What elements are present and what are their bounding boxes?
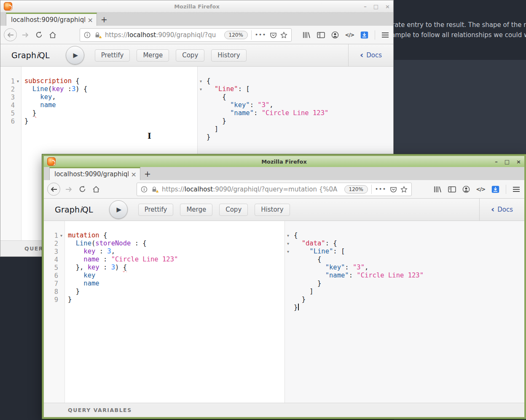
account-icon[interactable] (462, 186, 470, 193)
line-number: 8 (44, 288, 58, 296)
page-info-icon[interactable] (141, 186, 148, 193)
reload-button[interactable] (77, 186, 88, 193)
code-line: ] (207, 125, 393, 133)
insecure-lock-icon[interactable] (151, 186, 158, 193)
line-number: 6 (44, 272, 58, 280)
bookmark-star-icon[interactable] (400, 186, 408, 193)
menu-icon[interactable] (513, 186, 520, 192)
download-icon[interactable] (360, 31, 368, 39)
minimize-button[interactable]: – (364, 4, 367, 9)
reload-button[interactable] (34, 31, 44, 38)
insecure-lock-icon[interactable] (94, 32, 102, 38)
tab-close-icon[interactable]: × (131, 170, 137, 178)
line-number: 1 (0, 78, 15, 85)
prettify-button[interactable]: Prettify (95, 49, 130, 62)
back-button[interactable] (47, 183, 60, 196)
page-actions-icon[interactable]: ••• (255, 32, 266, 38)
new-tab-button[interactable]: + (140, 167, 155, 180)
page-info-icon[interactable] (84, 32, 91, 38)
fold-arrow-icon[interactable]: ▾ (198, 87, 204, 92)
line-number: 3 (0, 94, 15, 101)
home-button[interactable] (91, 186, 102, 193)
docs-link[interactable]: ‹Docs (348, 44, 393, 66)
gutter-row: ▾ (285, 240, 292, 248)
query-variables-bar[interactable]: QUERY VARIABLES (44, 403, 524, 417)
maximize-button[interactable]: □ (505, 159, 510, 164)
history-button[interactable]: History (255, 204, 290, 216)
sidebar-icon[interactable] (448, 186, 456, 193)
gutter-row: ▾ (198, 77, 205, 85)
query-editor[interactable]: mutation { Line(storeNode : { key : 3, n… (65, 221, 284, 403)
library-icon[interactable] (433, 186, 442, 193)
fold-arrow-icon[interactable]: ▾ (285, 249, 291, 254)
close-button[interactable]: × (516, 159, 521, 164)
code-line: key : 3, (68, 248, 284, 256)
url-text[interactable]: https://localhost:9090/graphiql/?qu (105, 31, 221, 39)
new-tab-button[interactable]: + (97, 13, 111, 26)
firefox-logo-icon (47, 157, 56, 166)
line-number: 6 (0, 118, 15, 125)
execute-query-button[interactable]: ▶ (109, 200, 128, 219)
developer-code-icon[interactable]: </> (345, 32, 354, 38)
toolbar-icons: </> (433, 185, 521, 194)
code-line: } (294, 304, 524, 312)
download-icon[interactable] (491, 186, 499, 193)
titlebar[interactable]: Mozilla Firefox – □ × (44, 156, 524, 167)
code-line: subscription { (24, 77, 197, 85)
developer-code-icon[interactable]: </> (476, 186, 486, 192)
docs-link[interactable]: ‹Docs (479, 199, 524, 221)
zoom-level-badge[interactable]: 120% (344, 185, 368, 194)
query-editor-pane[interactable]: 1▾23456789 mutation { Line(storeNode : {… (44, 221, 284, 403)
play-icon: ▶ (73, 51, 78, 59)
tab-localhost-graphiql[interactable]: localhost:9090/graphiql/ × (49, 167, 140, 180)
url-bar[interactable]: https://localhost:9090/graphiql/?qu 120%… (80, 28, 292, 42)
sidebar-icon[interactable] (317, 32, 325, 38)
close-button[interactable]: × (385, 4, 390, 9)
zoom-level-badge[interactable]: 120% (224, 31, 248, 39)
line-number: 4 (0, 102, 15, 109)
maximize-button[interactable]: □ (373, 4, 378, 9)
fold-arrow-icon[interactable]: ▾ (15, 79, 21, 83)
fold-arrow-icon[interactable]: ▾ (285, 241, 291, 246)
page-actions-icon[interactable]: ••• (375, 186, 386, 192)
url-text[interactable]: https://localhost:9090/graphiql/?query=m… (162, 186, 341, 193)
pocket-icon[interactable] (270, 32, 277, 38)
code-line: "key": "3", (207, 101, 393, 109)
pocket-icon[interactable] (390, 186, 397, 193)
fold-arrow-icon[interactable]: ▾ (198, 79, 204, 83)
gutter-row: 5 (0, 109, 21, 117)
fold-arrow-icon[interactable]: ▾ (285, 233, 291, 238)
code-line: ] (294, 288, 524, 296)
copy-button[interactable]: Copy (219, 204, 248, 216)
gutter-row (198, 117, 205, 125)
tab-close-icon[interactable]: × (88, 16, 93, 24)
forward-button[interactable] (20, 32, 31, 38)
copy-button[interactable]: Copy (176, 49, 204, 62)
execute-query-button[interactable]: ▶ (66, 46, 84, 65)
bookmark-star-icon[interactable] (280, 32, 287, 38)
home-button[interactable] (47, 32, 58, 38)
history-button[interactable]: History (211, 49, 246, 62)
line-number-gutter: 1▾23456 (0, 67, 21, 240)
back-button[interactable] (4, 28, 17, 41)
account-icon[interactable] (331, 31, 339, 39)
library-icon[interactable] (302, 31, 311, 39)
forward-button[interactable] (63, 186, 74, 192)
code-line: name (24, 101, 197, 109)
prettify-button[interactable]: Prettify (138, 204, 174, 216)
code-line: } (294, 280, 524, 288)
menu-icon[interactable] (381, 32, 389, 38)
firefox-window-front: Mozilla Firefox – □ × localhost:9090/gra… (42, 154, 526, 419)
fold-arrow-icon[interactable]: ▾ (58, 233, 64, 238)
code-line: { (207, 77, 393, 85)
tab-localhost-graphiql[interactable]: localhost:9090/graphiql/ × (6, 13, 97, 26)
line-number: 2 (0, 86, 15, 93)
titlebar[interactable]: Mozilla Firefox – □ × (0, 0, 393, 13)
minimize-button[interactable]: – (495, 159, 498, 164)
merge-button[interactable]: Merge (180, 204, 212, 216)
url-bar[interactable]: https://localhost:9090/graphiql/?query=m… (137, 183, 412, 196)
code-line: key, (24, 93, 197, 101)
tab-bar: localhost:9090/graphiql/ × + (0, 13, 393, 26)
gutter-row: 1▾ (0, 77, 21, 85)
merge-button[interactable]: Merge (137, 49, 169, 62)
